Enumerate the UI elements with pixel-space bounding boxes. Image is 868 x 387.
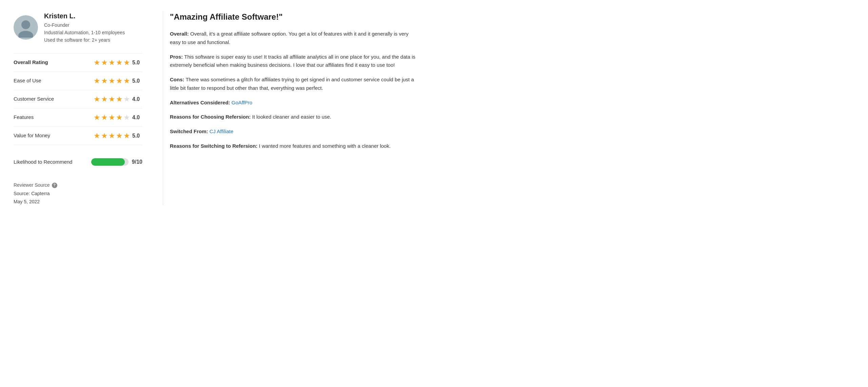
- switching-text: I wanted more features and something wit…: [259, 143, 391, 149]
- filled-star-icon: ★: [101, 130, 108, 141]
- stars: ★★★★★: [94, 57, 130, 68]
- recommend-bar-fill: [91, 158, 125, 166]
- switched-from-label: Switched From:: [170, 128, 208, 134]
- rating-label: Overall Rating: [14, 59, 48, 66]
- filled-star-icon: ★: [94, 130, 100, 141]
- rating-row: Features★★★★★4.0: [14, 108, 142, 127]
- filled-star-icon: ★: [108, 75, 115, 86]
- reviewer-usage: Used the software for: 2+ years: [44, 37, 125, 44]
- rating-row: Customer Service★★★★★4.0: [14, 90, 142, 108]
- rating-row: Ease of Use★★★★★5.0: [14, 72, 142, 90]
- reviewer-role: Co-Founder: [44, 22, 125, 29]
- recommend-bar-group: 9/10: [91, 158, 142, 166]
- filled-star-icon: ★: [108, 112, 115, 123]
- svg-point-0: [21, 20, 30, 29]
- svg-point-1: [18, 31, 33, 38]
- review-container: Kristen L. Co-Founder Industrial Automat…: [0, 0, 434, 216]
- review-cons: Cons: There was sometimes a glitch for a…: [170, 76, 420, 93]
- source-name: Source: Capterra: [14, 190, 142, 197]
- filled-star-icon: ★: [101, 75, 108, 86]
- filled-star-icon: ★: [123, 75, 130, 86]
- review-title: "Amazing Affiliate Software!": [170, 11, 420, 23]
- rating-value: 4.0: [132, 114, 142, 122]
- stars: ★★★★★: [94, 112, 130, 123]
- filled-star-icon: ★: [108, 130, 115, 141]
- right-panel: "Amazing Affiliate Software!" Overall: O…: [163, 11, 420, 205]
- alternatives-label: Alternatives Considered:: [170, 100, 230, 105]
- rating-stars-group: ★★★★★4.0: [94, 112, 142, 123]
- filled-star-icon: ★: [116, 130, 123, 141]
- rating-label: Customer Service: [14, 95, 54, 103]
- empty-star-icon: ★: [123, 112, 130, 123]
- filled-star-icon: ★: [94, 112, 100, 123]
- filled-star-icon: ★: [116, 112, 123, 123]
- reviewer-name: Kristen L.: [44, 11, 125, 21]
- rating-row: Value for Money★★★★★5.0: [14, 127, 142, 145]
- filled-star-icon: ★: [94, 57, 100, 68]
- reviewer-info: Kristen L. Co-Founder Industrial Automat…: [14, 11, 142, 44]
- recommend-value: 9/10: [132, 158, 142, 166]
- alternatives-link[interactable]: GoAffPro: [232, 100, 252, 105]
- recommend-row: Likelihood to Recommend 9/10: [14, 153, 142, 171]
- switched-from-link[interactable]: CJ Affiliate: [210, 128, 234, 134]
- filled-star-icon: ★: [101, 94, 108, 105]
- filled-star-icon: ★: [123, 130, 130, 141]
- filled-star-icon: ★: [94, 75, 100, 86]
- ratings-section: Overall Rating★★★★★5.0Ease of Use★★★★★5.…: [14, 53, 142, 145]
- filled-star-icon: ★: [94, 94, 100, 105]
- stars: ★★★★★: [94, 75, 130, 86]
- filled-star-icon: ★: [101, 57, 108, 68]
- rating-row: Overall Rating★★★★★5.0: [14, 53, 142, 72]
- review-overall: Overall: Overall, it's a great affiliate…: [170, 30, 420, 47]
- recommend-label: Likelihood to Recommend: [14, 158, 72, 166]
- source-date: May 5, 2022: [14, 198, 142, 205]
- filled-star-icon: ★: [116, 57, 123, 68]
- filled-star-icon: ★: [123, 57, 130, 68]
- overall-label: Overall:: [170, 31, 189, 37]
- empty-star-icon: ★: [123, 94, 130, 105]
- rating-label: Ease of Use: [14, 77, 41, 85]
- reviewer-source-title: Reviewer Source ?: [14, 182, 142, 189]
- review-pros: Pros: This software is super easy to use…: [170, 53, 420, 70]
- reviewer-company: Industrial Automation, 1-10 employees: [44, 29, 125, 36]
- rating-stars-group: ★★★★★4.0: [94, 94, 142, 105]
- rating-label: Features: [14, 114, 34, 121]
- help-icon[interactable]: ?: [52, 183, 57, 188]
- choosing-label: Reasons for Choosing Refersion:: [170, 114, 251, 120]
- filled-star-icon: ★: [101, 112, 108, 123]
- reviewer-details: Kristen L. Co-Founder Industrial Automat…: [44, 11, 125, 44]
- avatar: [14, 15, 38, 40]
- switching-label: Reasons for Switching to Refersion:: [170, 143, 257, 149]
- filled-star-icon: ★: [108, 94, 115, 105]
- cons-text: There was sometimes a glitch for affilia…: [170, 77, 414, 91]
- recommend-bar: [91, 158, 129, 166]
- pros-text: This software is super easy to use! It t…: [170, 54, 415, 68]
- pros-label: Pros:: [170, 54, 183, 60]
- rating-value: 5.0: [132, 77, 142, 85]
- cons-label: Cons:: [170, 77, 184, 82]
- stars: ★★★★★: [94, 130, 130, 141]
- review-switching: Reasons for Switching to Refersion: I wa…: [170, 142, 420, 150]
- filled-star-icon: ★: [116, 75, 123, 86]
- rating-stars-group: ★★★★★5.0: [94, 130, 142, 141]
- review-alternatives: Alternatives Considered: GoAffPro: [170, 99, 420, 107]
- choosing-text: It looked cleaner and easier to use.: [252, 114, 331, 120]
- rating-stars-group: ★★★★★5.0: [94, 75, 142, 86]
- review-switched-from: Switched From: CJ Affiliate: [170, 127, 420, 136]
- reviewer-source-section: Reviewer Source ? Source: Capterra May 5…: [14, 176, 142, 205]
- filled-star-icon: ★: [108, 57, 115, 68]
- rating-value: 4.0: [132, 95, 142, 103]
- rating-stars-group: ★★★★★5.0: [94, 57, 142, 68]
- overall-text: Overall, it's a great affiliate software…: [170, 31, 409, 45]
- stars: ★★★★★: [94, 94, 130, 105]
- rating-value: 5.0: [132, 59, 142, 67]
- filled-star-icon: ★: [116, 94, 123, 105]
- reviewer-source-label: Reviewer Source: [14, 182, 50, 189]
- rating-label: Value for Money: [14, 132, 50, 140]
- review-choosing: Reasons for Choosing Refersion: It looke…: [170, 113, 420, 121]
- left-panel: Kristen L. Co-Founder Industrial Automat…: [14, 11, 142, 205]
- rating-value: 5.0: [132, 132, 142, 140]
